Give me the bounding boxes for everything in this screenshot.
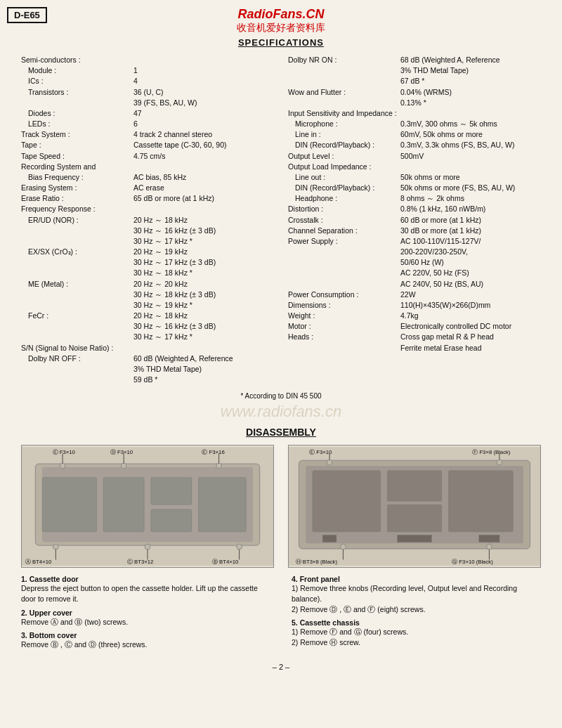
spec-label-mic: Microphone :: [288, 119, 400, 129]
spec-value-lineout: 50k ohms or more: [400, 172, 541, 182]
spec-label-linein: Line in :: [288, 129, 400, 139]
spec-row-din-rec: DIN (Record/Playback) : 0.3mV, 3.3k ohms…: [288, 140, 541, 150]
spec-label-transistors: Transistors :: [21, 87, 133, 97]
spec-value-track: 4 track 2 channel stereo: [133, 129, 274, 139]
spec-row-exsx2: 30 Hz ～ 17 kHz (± 3 dB): [21, 257, 274, 267]
watermark-center: www.radiofans.cn: [21, 403, 541, 421]
spec-label-outputload: Output Load Impedance :: [288, 162, 400, 171]
spec-value-exsx3: 30 Hz ～ 18 kHz *: [133, 268, 274, 278]
specs-left-col: Semi-conductors : Module : 1 ICs : 4 Tra…: [21, 55, 274, 385]
specs-area: Semi-conductors : Module : 1 ICs : 4 Tra…: [21, 55, 541, 385]
asterisk-note: * According to DIN 45 500: [21, 392, 541, 400]
svg-text:Ⓒ BT3×12: Ⓒ BT3×12: [127, 559, 153, 566]
spec-row-exsx-title: EX/SX (CrO₂) : 20 Hz ～ 19 kHz: [21, 247, 274, 256]
spec-row-eraseratio: Erase Ratio : 65 dB or more (at 1 kHz): [21, 193, 274, 203]
spec-label-erud: ER/UD (NOR) :: [21, 215, 133, 225]
spec-row-weight: Weight : 4.7kg: [288, 311, 541, 320]
svg-text:Ⓐ BT4×10: Ⓐ BT4×10: [25, 559, 51, 566]
svg-text:Ⓔ F3×10: Ⓔ F3×10: [53, 449, 75, 455]
spec-row-chsep: Channel Separation : 30 dB or more (at 1…: [288, 226, 541, 235]
spec-value-heads2: Ferrite metal Erase head: [400, 343, 541, 353]
spec-value-wow2: 0.13% *: [400, 98, 541, 108]
spec-row-me2: 30 Hz ～ 18 kHz (± 3 dB): [21, 290, 274, 299]
svg-point-11: [53, 545, 59, 550]
spec-label-ics: ICs :: [21, 76, 133, 86]
spec-label-exsx: EX/SX (CrO₂) :: [21, 247, 133, 256]
instr-3-title: 3. Bottom cover: [21, 631, 77, 639]
diagrams-row: Ⓔ F3×10 Ⓓ F3×10 Ⓔ F3×16 Ⓐ BT4×10 Ⓒ BT3×1…: [21, 445, 541, 568]
instr-4-body2: 2) Remove Ⓓ , Ⓔ and Ⓕ (eight) screws.: [292, 605, 426, 613]
spec-row-crosstalk: Crosstalk : 60 dB or more (at 1 kHz): [288, 215, 541, 225]
spec-row-powersupply2: 200-220V/230-250V,: [288, 247, 541, 256]
instr-2-body: Remove Ⓐ and Ⓑ (two) screws.: [21, 618, 128, 626]
spec-row-dimensions: Dimensions : 110(H)×435(W)×266(D)mm: [288, 300, 541, 310]
instr-5-body: 1) Remove Ⓕ and Ⓖ (four) screws.: [292, 628, 408, 636]
spec-value-transistors2: 39 (FS, BS, AU, W): [133, 98, 274, 108]
spec-row-dolbyon-title: Dolby NR ON : 68 dB (Weighted A, Referen…: [288, 55, 541, 65]
spec-row-inputtitle: Input Sensitivity and Impedance :: [288, 108, 541, 118]
instr-2-title: 2. Upper cover: [21, 609, 72, 617]
spec-label-ps4: [288, 268, 400, 278]
spec-value-outputlevel: 500mV: [400, 151, 541, 161]
spec-label-wow: Wow and Flutter :: [288, 87, 400, 97]
spec-label-ps5: [288, 279, 400, 289]
spec-value-din-rec: 0.3mV, 3.3k ohms (FS, BS, AU, W): [400, 140, 541, 150]
model-label: D-E65: [7, 7, 47, 23]
spec-row-dolbyon3: 67 dB *: [288, 76, 541, 86]
spec-row-outputload-title: Output Load Impedance :: [288, 162, 541, 171]
spec-label-weight: Weight :: [288, 311, 400, 320]
spec-value-erud2: 30 Hz ～ 16 kHz (± 3 dB): [133, 226, 274, 235]
spec-value-powersupply2: 200-220V/230-250V,: [400, 247, 541, 256]
spec-label-tape: Tape :: [21, 140, 133, 150]
spec-label-erasesys: Erasing System :: [21, 183, 133, 193]
svg-rect-6: [151, 509, 192, 532]
spec-label-empty1: [21, 98, 133, 108]
svg-point-37: [497, 460, 502, 466]
spec-value-mic: 0.3mV, 300 ohms ～ 5k ohms: [400, 119, 541, 129]
spec-value-me3: 30 Hz ～ 19 kHz *: [133, 300, 274, 310]
spec-value-powercons: 22W: [400, 290, 541, 299]
instructions-left: 1. Cassette door Depress the eject butto…: [21, 575, 270, 654]
spec-value-tapespeed: 4.75 cm/s: [133, 151, 274, 161]
section-title: SPECIFICATIONS: [21, 37, 541, 48]
spec-label-sn: S/N (Signal to Noise Ratio) :: [21, 343, 133, 353]
spec-label-dolbyon: Dolby NR ON :: [288, 55, 400, 65]
page: D-E65 RadioFans.CN 收音机爱好者资料库 SPECIFICATI…: [0, 0, 562, 728]
spec-value-powersupply1: AC 100-110V/115-127V/: [400, 236, 541, 246]
spec-value-dolbyoff3: 59 dB *: [133, 375, 274, 384]
spec-row-sn-title: S/N (Signal to Noise Ratio) :: [21, 343, 274, 353]
spec-row-fecr-title: FeCr : 20 Hz ～ 18 kHz: [21, 311, 274, 320]
spec-row-lineout: Line out : 50k ohms or more: [288, 172, 541, 182]
svg-point-8: [60, 463, 65, 469]
right-diagram: Ⓔ F3×10 Ⓕ F3×8 (Black) Ⓗ BT3×8 (Black) Ⓖ…: [288, 445, 541, 568]
specs-right-col: Dolby NR ON : 68 dB (Weighted A, Referen…: [288, 55, 541, 385]
spec-row-heads2: Ferrite metal Erase head: [288, 343, 541, 353]
spec-label-erud2: [21, 226, 133, 235]
instr-5-body2: 2) Remove Ⓗ screw.: [292, 638, 360, 646]
spec-label-chsep: Channel Separation :: [288, 226, 400, 235]
spec-row-erasesys: Erasing System : AC erase: [21, 183, 274, 193]
spec-label-tapespeed: Tape Speed :: [21, 151, 133, 161]
instructions-row: 1. Cassette door Depress the eject butto…: [21, 575, 541, 654]
spec-label-crosstalk: Crosstalk :: [288, 215, 400, 225]
spec-row-powersupply5: AC 240V, 50 Hz (BS, AU): [288, 279, 541, 289]
instr-2: 2. Upper cover Remove Ⓐ and Ⓑ (two) scre…: [21, 609, 270, 628]
spec-row-transistors1: Transistors : 36 (U, C): [21, 87, 274, 97]
spec-value-fecr2: 30 Hz ～ 16 kHz (± 3 dB): [133, 321, 274, 331]
spec-value-erud1: 20 Hz ～ 18 kHz: [133, 215, 274, 225]
instr-5: 5. Cassette chassis 1) Remove Ⓕ and Ⓖ (f…: [292, 618, 541, 647]
spec-value-module: 1: [133, 65, 274, 75]
spec-row-transistors2: 39 (FS, BS, AU, W): [21, 98, 274, 108]
spec-value-weight: 4.7kg: [400, 311, 541, 320]
spec-label-din-pb: DIN (Record/Playback) :: [288, 183, 400, 193]
spec-row-distortion: Distortion : 0.8% (1 kHz, 160 nWB/m): [288, 204, 541, 214]
spec-label-din-rec: DIN (Record/Playback) :: [288, 140, 400, 150]
spec-label-leds: LEDs :: [21, 119, 133, 129]
spec-value-powersupply4: AC 220V, 50 Hz (FS): [400, 268, 541, 278]
spec-value-leds: 6: [133, 119, 274, 129]
spec-value-headphone: 8 ohms ～ 2k ohms: [400, 193, 541, 203]
spec-row-powersupply3: 50/60 Hz (W): [288, 257, 541, 267]
spec-value-wow1: 0.04% (WRMS): [400, 87, 541, 97]
spec-row-biasfreq: Bias Frequency : AC bias, 85 kHz: [21, 172, 274, 182]
spec-label-dolbyon3: [288, 76, 400, 86]
